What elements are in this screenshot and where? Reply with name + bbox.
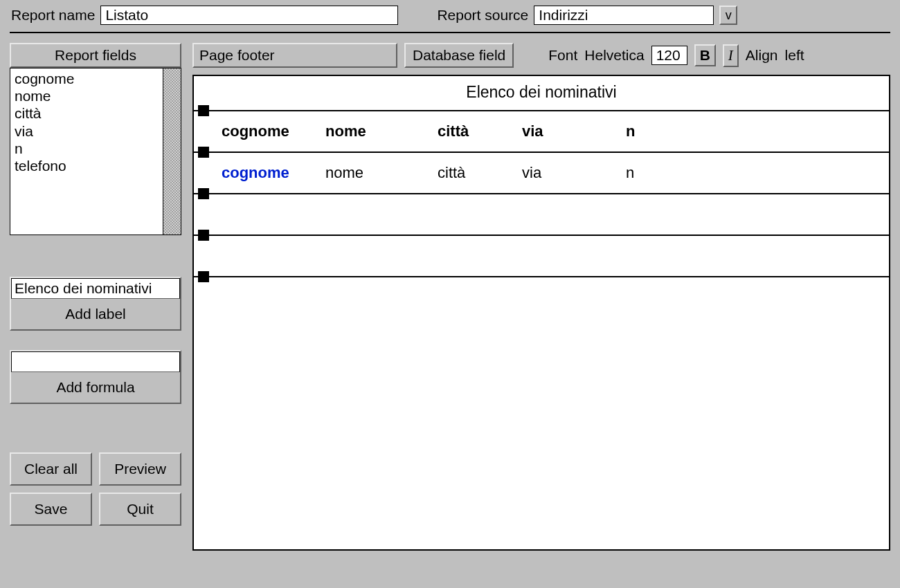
save-button[interactable]: Save	[10, 493, 92, 526]
align-value[interactable]: left	[785, 47, 804, 64]
section-handle[interactable]	[198, 105, 209, 116]
header-column[interactable]: nome	[325, 122, 438, 140]
label-text-input[interactable]	[11, 278, 180, 299]
header-column[interactable]: n	[626, 122, 695, 140]
field-item[interactable]: via	[15, 122, 159, 140]
preview-button[interactable]: Preview	[99, 452, 181, 486]
data-column[interactable]: n	[626, 164, 695, 182]
report-title[interactable]: Elenco dei nominativi	[194, 76, 889, 110]
report-canvas[interactable]: Elenco dei nominativi cognomenomecittàvi…	[192, 75, 890, 551]
font-value[interactable]: Helvetica	[584, 47, 644, 64]
fields-scrollbar[interactable]	[163, 68, 181, 235]
report-name-input[interactable]	[100, 6, 398, 25]
report-source-label: Report source	[437, 7, 528, 24]
section-handle[interactable]	[198, 147, 209, 158]
data-column[interactable]: via	[522, 164, 626, 182]
canvas-empty-section-1[interactable]	[194, 193, 889, 235]
toolbar: Page footer Database field Font Helvetic…	[192, 43, 890, 75]
italic-button[interactable]: I	[723, 44, 739, 67]
data-column[interactable]: nome	[325, 164, 438, 182]
canvas-empty-section-2[interactable]	[194, 235, 889, 276]
report-fields-listbox[interactable]: cognomenomecittàviantelefono	[10, 68, 181, 235]
report-fields-header: Report fields	[10, 43, 181, 68]
font-size-input[interactable]	[651, 46, 687, 65]
section-selector[interactable]: Page footer	[192, 43, 397, 68]
add-formula-button[interactable]: Add formula	[11, 372, 180, 403]
data-column[interactable]: città	[438, 164, 522, 182]
report-source-dropdown-button[interactable]: v	[719, 6, 737, 25]
font-label: Font	[548, 47, 577, 64]
add-label-button[interactable]: Add label	[11, 299, 180, 329]
sidebar: Report fields cognomenomecittàviantelefo…	[10, 43, 181, 526]
report-source-input[interactable]	[534, 6, 714, 25]
field-item[interactable]: telefono	[15, 157, 159, 174]
formula-text-input[interactable]	[11, 351, 180, 372]
field-item[interactable]: n	[15, 140, 159, 157]
section-handle[interactable]	[198, 271, 209, 282]
header-bar: Report name Report source v	[0, 0, 900, 32]
canvas-header-row[interactable]: cognomenomecittàvian	[194, 110, 889, 151]
section-handle[interactable]	[198, 188, 209, 199]
header-column[interactable]: città	[438, 122, 522, 140]
field-item[interactable]: cognome	[15, 70, 159, 87]
quit-button[interactable]: Quit	[99, 493, 181, 526]
clear-all-button[interactable]: Clear all	[10, 452, 92, 486]
section-handle[interactable]	[198, 230, 209, 241]
field-item[interactable]: nome	[15, 87, 159, 104]
header-column[interactable]: cognome	[222, 122, 325, 140]
data-column[interactable]: cognome	[222, 164, 325, 182]
bold-button[interactable]: B	[694, 44, 716, 66]
canvas-bottom-divider[interactable]	[194, 276, 889, 282]
canvas-data-row[interactable]: cognomenomecittàvian	[194, 151, 889, 193]
field-type-selector[interactable]: Database field	[404, 43, 514, 68]
report-name-label: Report name	[11, 7, 95, 24]
header-column[interactable]: via	[522, 122, 626, 140]
align-label: Align	[746, 47, 778, 64]
field-item[interactable]: città	[15, 104, 159, 122]
